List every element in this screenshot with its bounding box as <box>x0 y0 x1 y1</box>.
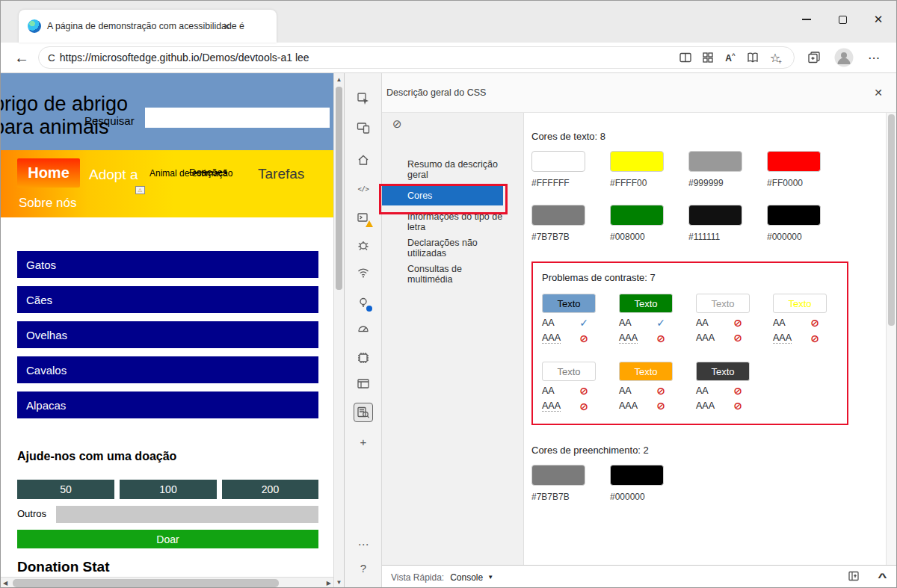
url-box[interactable]: C https://microsoftedge.github.io/Demos/… <box>38 46 795 69</box>
network-icon[interactable] <box>354 263 373 282</box>
contrast-issue-card[interactable]: Texto AA AAA <box>773 294 850 344</box>
animal-button-caes[interactable]: Cães <box>17 286 318 313</box>
performance-icon[interactable] <box>354 318 373 338</box>
application-icon[interactable] <box>354 374 373 394</box>
contrast-issue-card[interactable]: Texto AA AAA <box>542 294 619 344</box>
hints-lightbulb-icon[interactable] <box>354 293 373 312</box>
profile-avatar[interactable] <box>829 48 859 67</box>
horizontal-scrollbar[interactable]: ◀ ▶ <box>1 577 333 588</box>
demo-page: brigo de abrigo para animais Pesquisar H… <box>1 73 333 588</box>
contrast-issue-card[interactable]: Texto AA AAA <box>696 294 773 344</box>
scroll-down-icon[interactable]: ▼ <box>334 579 344 586</box>
nav-about-link[interactable]: Sobre nós <box>19 196 77 211</box>
dropdown-caret-icon[interactable]: ▼ <box>487 574 493 581</box>
elements-icon[interactable]: </> <box>354 179 373 199</box>
contrast-issue-card[interactable]: Texto AA AAA <box>542 362 619 412</box>
sidebar-item-declaracoes[interactable]: Declarações não utilizadas <box>382 238 503 258</box>
dock-quick-view-icon[interactable] <box>848 570 860 585</box>
contrast-issues-heading: Problemas de contraste: 7 <box>542 272 847 283</box>
horizontal-scroll-thumb[interactable] <box>13 579 279 587</box>
scroll-up-icon[interactable]: ▲ <box>334 76 344 83</box>
devtools-close-icon[interactable]: ✕ <box>874 87 883 99</box>
maximize-button[interactable] <box>824 1 860 38</box>
search-label: Pesquisar <box>84 114 135 127</box>
welcome-home-icon[interactable] <box>354 150 373 170</box>
expand-quick-view-icon[interactable]: ^ <box>878 571 887 584</box>
vertical-scrollbar[interactable]: ▲ ▼ <box>333 73 345 588</box>
sidebar-item-resumo[interactable]: Resumo da descrição geral <box>382 159 503 179</box>
add-tools-icon[interactable]: + <box>354 432 373 451</box>
scroll-left-icon[interactable]: ◀ <box>3 580 7 587</box>
url-text[interactable]: https://microsoftedge.github.io/Demos/de… <box>60 52 674 64</box>
help-icon[interactable]: ? <box>354 558 373 578</box>
color-swatch[interactable] <box>610 205 664 226</box>
color-swatch[interactable] <box>688 151 742 172</box>
color-cell: #999999 <box>688 151 767 188</box>
donate-200-button[interactable]: 200 <box>222 480 318 499</box>
color-swatch[interactable] <box>688 205 742 226</box>
donate-button[interactable]: Doar <box>17 530 318 548</box>
devtools-content-scrollbar[interactable] <box>886 113 896 565</box>
color-swatch[interactable] <box>531 205 585 226</box>
back-button[interactable]: ← <box>14 49 29 66</box>
quick-view-label: Vista Rápida: <box>391 572 444 583</box>
contrast-swatch: Texto <box>619 294 673 313</box>
color-swatch[interactable] <box>531 151 585 172</box>
other-amount-input[interactable] <box>56 506 318 523</box>
quick-view-console-dropdown[interactable]: Console <box>450 572 483 583</box>
memory-chip-icon[interactable] <box>354 348 373 368</box>
sidebar-item-tipo-de-letra[interactable]: Informações do tipo de letra <box>382 211 503 232</box>
donate-100-button[interactable]: 100 <box>120 480 217 499</box>
edge-favicon-icon <box>28 19 41 33</box>
donate-50-button[interactable]: 50 <box>17 480 114 499</box>
nav-adopt-link[interactable]: Adopt a <box>89 167 138 183</box>
search-input[interactable] <box>145 108 330 128</box>
devtools-scroll-thumb[interactable] <box>888 114 895 326</box>
animal-button-cavalos[interactable]: Cavalos <box>17 356 318 383</box>
animal-button-gatos[interactable]: Gatos <box>17 251 318 278</box>
animal-button-alpacas[interactable]: Alpacas <box>17 392 318 418</box>
info-badge <box>366 306 372 312</box>
css-overview-icon[interactable] <box>354 403 373 422</box>
sidebar-item-multimedia[interactable]: Consultas de multimédia <box>382 264 503 284</box>
issues-icon[interactable] <box>354 235 373 255</box>
color-swatch[interactable] <box>767 205 821 226</box>
minimize-button[interactable] <box>789 1 824 38</box>
contrast-issue-card[interactable]: Texto AA AAA <box>619 294 696 344</box>
clear-overview-icon[interactable]: ⊘ <box>392 117 402 131</box>
color-cell: #FFFFFF <box>531 151 610 188</box>
contrast-swatch: Texto <box>696 362 750 381</box>
color-swatch[interactable] <box>610 151 664 172</box>
contrast-issue-card[interactable]: Texto AA AAA <box>696 362 773 412</box>
nav-tasks-link[interactable]: Tarefas <box>258 166 304 182</box>
aaa-status-icon <box>733 400 742 411</box>
immersive-reader-icon[interactable] <box>742 48 764 67</box>
apps-grid-icon[interactable] <box>697 48 719 67</box>
add-favorite-icon[interactable]: ☆ + <box>764 48 786 67</box>
collections-icon[interactable] <box>799 48 829 67</box>
reload-icon[interactable]: C <box>48 52 55 64</box>
settings-menu-icon[interactable]: ⋯ <box>859 48 889 67</box>
vertical-scroll-thumb[interactable] <box>336 87 342 290</box>
donation-status-heading: Donation Stat <box>17 559 110 575</box>
browser-tab[interactable]: A página de demonstração com acessibilid… <box>19 10 277 43</box>
console-warning-icon[interactable] <box>354 208 373 228</box>
site-title-line1: brigo de abrigo <box>1 93 128 116</box>
nav-home-button[interactable]: Home <box>17 158 80 188</box>
close-window-button[interactable]: ✕ <box>860 1 896 38</box>
color-swatch[interactable] <box>531 465 585 486</box>
contrast-issue-card[interactable]: Texto AA AAA <box>619 362 696 412</box>
color-swatch[interactable] <box>767 151 821 172</box>
minimize-icon <box>802 19 811 20</box>
animal-button-ovelhas[interactable]: Ovelhas <box>17 321 318 348</box>
color-swatch[interactable] <box>610 465 664 486</box>
more-tools-icon[interactable]: ⋯ <box>354 535 373 554</box>
nav-donate-link[interactable]: Doações <box>189 167 227 178</box>
device-toolbar-icon[interactable] <box>354 118 373 137</box>
tab-close-icon[interactable]: ✕ <box>221 19 233 34</box>
read-aloud-icon[interactable]: A^ <box>719 48 742 67</box>
sidebar-item-cores[interactable]: Cores <box>382 185 503 205</box>
scroll-right-icon[interactable]: ▶ <box>327 580 331 587</box>
inspect-icon[interactable] <box>354 89 373 108</box>
split-screen-icon[interactable] <box>674 48 697 67</box>
